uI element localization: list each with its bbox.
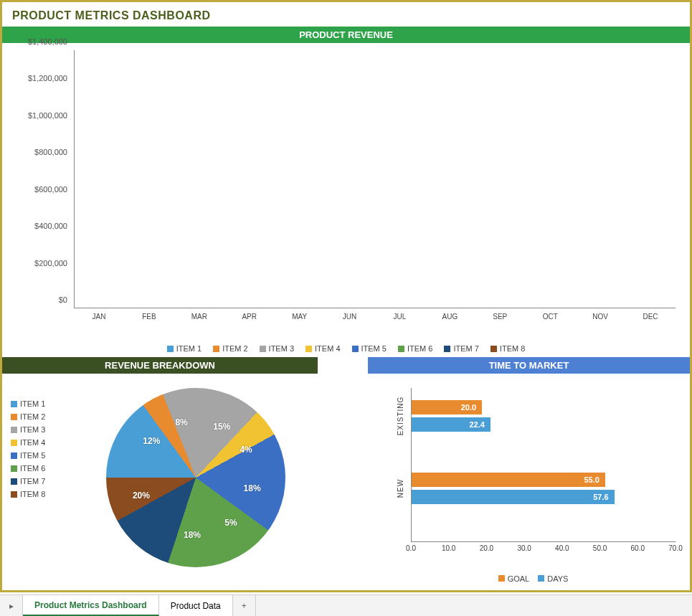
pie-slice-label: 4%	[240, 445, 252, 455]
hx-tick: 50.0	[593, 544, 607, 552]
hbar-group: 55.057.6	[412, 473, 676, 504]
legend-item: ITEM 5	[352, 344, 387, 353]
pie-slice-label: 15%	[213, 422, 230, 432]
revenue-pie-chart: ITEM 1ITEM 2ITEM 3ITEM 4ITEM 5ITEM 6ITEM…	[2, 374, 318, 574]
x-tick: APR	[242, 313, 257, 321]
x-tick: DEC	[643, 313, 658, 321]
hbar: 20.0	[412, 400, 482, 414]
hbar: 22.4	[412, 417, 490, 432]
pie-slice-label: 18%	[244, 483, 261, 493]
legend-item: ITEM 2	[11, 412, 45, 421]
legend-item: ITEM 5	[11, 451, 45, 460]
hx-tick: 20.0	[480, 544, 493, 552]
hbar-value: 55.0	[584, 475, 599, 484]
legend-item: ITEM 3	[11, 425, 45, 434]
pie-slice-label: 8%	[175, 417, 187, 427]
x-tick: AUG	[442, 313, 458, 321]
legend-item: ITEM 8	[11, 490, 45, 498]
y-tick: $800,000	[34, 148, 67, 156]
legend-item: GOAL	[490, 574, 530, 583]
y-tick: $1,000,000	[28, 111, 67, 120]
x-tick: SEP	[493, 313, 507, 321]
x-tick: JUN	[343, 313, 356, 321]
ttm-banner: TIME TO MARKET	[368, 357, 690, 374]
pie-slice-label: 18%	[184, 530, 201, 540]
hbar-group: 20.022.4	[412, 400, 676, 432]
x-tick: FEB	[142, 313, 156, 321]
hx-tick: 40.0	[555, 544, 569, 552]
tab-product-data[interactable]: Product Data	[159, 595, 233, 616]
legend-item: ITEM 7	[11, 477, 45, 485]
hx-tick: 70.0	[668, 544, 682, 552]
pie-banner: REVENUE BREAKDOWN	[2, 357, 318, 374]
page-title: PRODUCT METRICS DASHBOARD	[2, 2, 690, 27]
hx-tick: 30.0	[517, 544, 531, 552]
tab-add-icon[interactable]: +	[233, 595, 256, 616]
y-tick: $0	[59, 295, 67, 304]
y-tick: $1,200,000	[28, 74, 67, 82]
tab-dashboard[interactable]: Product Metrics Dashboard	[23, 595, 159, 616]
legend-item: ITEM 1	[11, 399, 45, 408]
ttm-legend: GOALDAYS	[368, 574, 690, 583]
hx-tick: 60.0	[631, 544, 645, 552]
x-tick: OCT	[543, 313, 558, 321]
pie-slice-label: 12%	[143, 436, 160, 446]
hbar: 57.6	[412, 490, 615, 504]
pie-slice-label: 20%	[133, 491, 150, 501]
y-tick: $1,400,000	[28, 37, 67, 46]
legend-item: ITEM 8	[490, 344, 525, 353]
hbar-category: EXISTING	[397, 397, 404, 436]
sheet-tabs: ▸ Product Metrics Dashboard Product Data…	[0, 594, 692, 616]
revenue-legend: ITEM 1ITEM 2ITEM 3ITEM 4ITEM 5ITEM 6ITEM…	[2, 344, 690, 357]
hbar: 55.0	[412, 473, 605, 487]
hbar-value: 22.4	[469, 420, 484, 429]
hx-tick: 0.0	[406, 544, 416, 552]
legend-item: ITEM 2	[213, 344, 247, 353]
x-tick: JUL	[394, 313, 407, 321]
legend-item: ITEM 3	[260, 344, 294, 353]
revenue-banner: PRODUCT REVENUE	[2, 27, 690, 43]
x-tick: MAY	[292, 313, 307, 321]
hbar-value: 57.6	[593, 493, 608, 501]
y-tick: $200,000	[34, 259, 67, 267]
x-tick: MAR	[191, 313, 207, 321]
y-tick: $600,000	[34, 185, 67, 194]
legend-item: ITEM 4	[305, 344, 340, 353]
hbar-category: NEW	[397, 479, 404, 498]
legend-item: ITEM 6	[11, 464, 45, 473]
legend-item: ITEM 1	[167, 344, 202, 353]
legend-item: DAYS	[529, 574, 568, 583]
hbar-value: 20.0	[461, 403, 476, 412]
legend-item: ITEM 7	[444, 344, 478, 353]
hx-tick: 10.0	[442, 544, 455, 552]
ttm-bar-chart: 20.022.455.057.6 0.010.020.030.040.050.0…	[368, 374, 690, 574]
x-tick: NOV	[592, 313, 608, 321]
legend-item: ITEM 6	[398, 344, 432, 353]
pie-slice-label: 5%	[224, 518, 237, 528]
y-tick: $400,000	[34, 222, 67, 230]
tab-nav-right-icon[interactable]: ▸	[0, 595, 23, 616]
legend-item: ITEM 4	[11, 438, 45, 447]
x-tick: JAN	[93, 313, 106, 321]
revenue-bar-chart: $0$200,000$400,000$600,000$800,000$1,000…	[2, 43, 690, 344]
